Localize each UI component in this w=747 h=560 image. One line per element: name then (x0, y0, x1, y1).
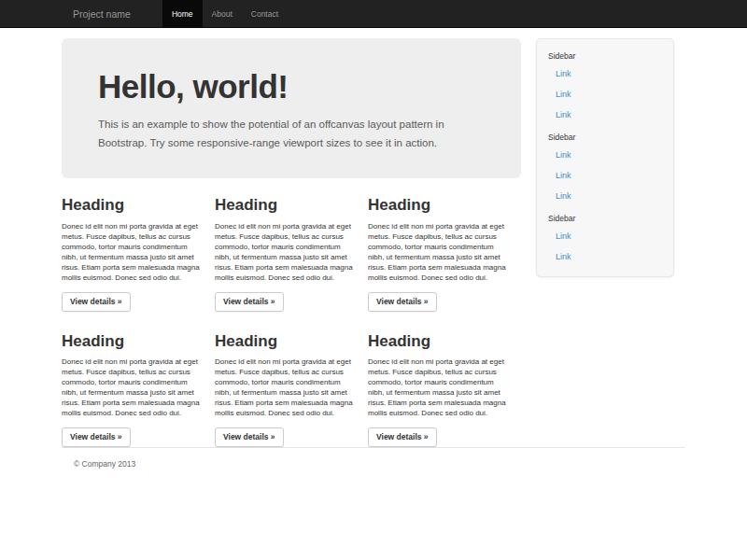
card-body-text: Donec id elit non mi porta gravida at eg… (368, 221, 511, 283)
nav-item-home[interactable]: Home (162, 0, 203, 28)
sidebar-link[interactable]: Link (537, 226, 673, 246)
view-details-button[interactable]: View details » (368, 427, 437, 447)
navbar-container: Project name Home About Contact (62, 0, 685, 28)
card-heading: Heading (62, 333, 204, 351)
feature-card: Heading Donec id elit non mi porta gravi… (215, 178, 368, 312)
sidebar-link[interactable]: Link (537, 165, 673, 186)
sidebar-link-list: Link Link (537, 226, 673, 267)
page-footer: © Company 2013 (62, 447, 685, 506)
sidebar-link[interactable]: Link (537, 246, 673, 267)
card-heading: Heading (368, 197, 510, 215)
card-body-text: Donec id elit non mi porta gravida at eg… (215, 221, 358, 283)
jumbotron-description: This is an example to show the potential… (98, 115, 470, 152)
nav-item-about[interactable]: About (203, 0, 242, 28)
view-details-button[interactable]: View details » (215, 427, 284, 447)
view-details-button[interactable]: View details » (368, 292, 437, 312)
card-heading: Heading (215, 333, 357, 351)
copyright-text: © Company 2013 (74, 459, 685, 469)
cards-row-1: Heading Donec id elit non mi porta gravi… (62, 178, 521, 312)
page-container: Sidebar Link Link Link Sidebar Link Link… (62, 28, 685, 506)
feature-card: Heading Donec id elit non mi porta gravi… (62, 312, 215, 448)
sidebar-link-list: Link Link Link (537, 63, 673, 125)
sidebar-link[interactable]: Link (537, 186, 673, 206)
jumbotron-title: Hello, world! (98, 70, 486, 103)
cards-row-2: Heading Donec id elit non mi porta gravi… (62, 312, 521, 448)
nav-item-contact[interactable]: Contact (242, 0, 288, 28)
view-details-button[interactable]: View details » (62, 427, 131, 447)
view-details-button[interactable]: View details » (215, 292, 284, 312)
sidebar-link[interactable]: Link (537, 84, 673, 105)
sidebar-group-heading: Sidebar (537, 44, 673, 63)
sidebar-group-heading: Sidebar (537, 125, 673, 145)
sidebar-link[interactable]: Link (537, 145, 673, 165)
feature-card: Heading Donec id elit non mi porta gravi… (368, 312, 521, 448)
feature-card: Heading Donec id elit non mi porta gravi… (215, 312, 368, 448)
card-heading: Heading (215, 197, 357, 215)
feature-card: Heading Donec id elit non mi porta gravi… (62, 178, 215, 312)
main-content: Hello, world! This is an example to show… (62, 28, 521, 447)
card-body-text: Donec id elit non mi porta gravida at eg… (215, 357, 358, 418)
card-heading: Heading (368, 333, 510, 351)
navbar-menu: Home About Contact (162, 0, 288, 28)
view-details-button[interactable]: View details » (62, 292, 131, 312)
sidebar-link[interactable]: Link (537, 63, 673, 84)
sidebar-group-heading: Sidebar (537, 206, 673, 226)
sidebar-panel: Sidebar Link Link Link Sidebar Link Link… (536, 38, 674, 277)
feature-card: Heading Donec id elit non mi porta gravi… (368, 178, 521, 312)
card-body-text: Donec id elit non mi porta gravida at eg… (62, 221, 204, 283)
jumbotron: Hello, world! This is an example to show… (62, 38, 521, 178)
sidebar-link[interactable]: Link (537, 105, 673, 125)
card-body-text: Donec id elit non mi porta gravida at eg… (368, 357, 511, 418)
top-navbar: Project name Home About Contact (0, 0, 747, 28)
brand-link[interactable]: Project name (62, 0, 142, 28)
card-body-text: Donec id elit non mi porta gravida at eg… (62, 357, 204, 418)
sidebar-link-list: Link Link Link (537, 145, 673, 206)
card-heading: Heading (62, 197, 204, 215)
